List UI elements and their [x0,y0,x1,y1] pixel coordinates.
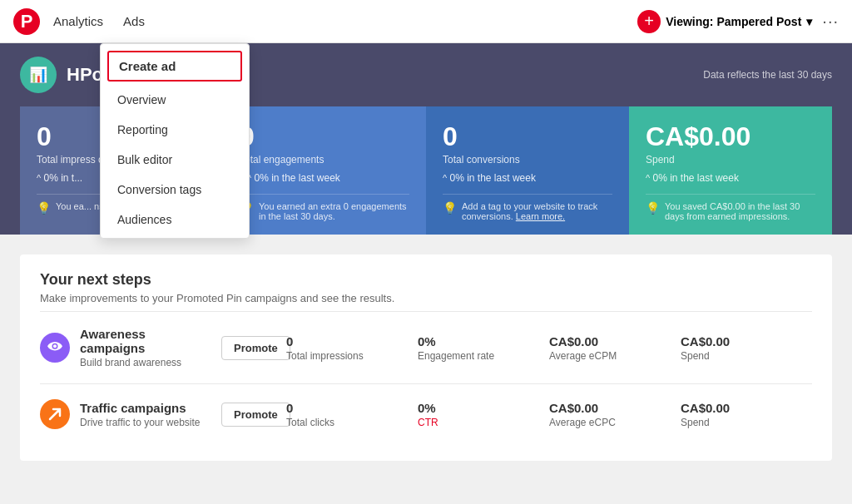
awareness-metric-engagement: 0% Engagement rate [418,334,549,362]
spend-number: CA$0.00 [646,121,815,152]
awareness-metric-impressions: 0 Total impressions [286,334,418,362]
conversion-tags-menuitem[interactable]: Conversion tags [101,175,249,205]
overview-menuitem[interactable]: Overview [101,85,249,115]
traffic-name: Traffic campaigns [80,401,211,415]
traffic-clicks-value: 0 [286,401,418,415]
awareness-desc: Build brand awareness [80,357,211,368]
traffic-metric-spend: CA$0.00 Spend [681,401,812,428]
awareness-engagement-label: Engagement rate [418,350,549,362]
conversions-number: 0 [443,121,612,152]
chevron-down-icon: ▾ [806,15,812,28]
logo-p: P [21,12,33,31]
awareness-promote-button[interactable]: Promote [221,336,290,360]
spend-change: ^ 0% in the last week [646,172,815,184]
stat-conversions: 0 Total conversions ^ 0% in the last wee… [426,106,629,235]
main-content: Your next steps Make improvements to you… [0,235,852,481]
awareness-metric-spend: CA$0.00 Spend [681,334,812,362]
awareness-spend-value: CA$0.00 [681,334,812,348]
arrow-icon [47,407,62,422]
traffic-ctr-label: CTR [418,417,549,428]
create-ad-menuitem[interactable]: Create ad [107,51,242,82]
bulk-editor-menuitem[interactable]: Bulk editor [101,145,249,175]
nav-links: Analytics Ads [53,14,145,28]
campaign-row-traffic: Traffic campaigns Drive traffic to your … [40,383,812,444]
reporting-menuitem[interactable]: Reporting [101,115,249,145]
stat-engagements: 0 Total engagements ^ ^ 0% in the last w… [223,106,426,235]
awareness-icon [40,333,70,363]
traffic-info: Traffic campaigns Drive traffic to your … [80,401,211,428]
traffic-ecpc-value: CA$0.00 [549,401,681,415]
traffic-metric-clicks: 0 Total clicks [286,401,418,428]
spend-footer: 💡 You saved CA$0.00 in the last 30 days … [646,194,815,221]
awareness-ecpm-label: Average eCPM [549,350,681,362]
bulb-icon-3: 💡 [443,201,457,215]
viewing-button[interactable]: + Viewing: Pampered Post ▾ [637,10,812,33]
viewing-label: Viewing: Pampered Post [666,15,801,28]
engagements-footer: 💡 You earned an extra 0 engagements in t… [240,194,409,221]
traffic-promote-button[interactable]: Promote [221,403,290,427]
awareness-impressions-value: 0 [286,334,418,348]
traffic-metric-ecpc: CA$0.00 Average eCPC [549,401,681,428]
nav-ads[interactable]: Ads [123,14,145,28]
engagements-number: 0 [240,121,409,152]
campaign-table: Awareness campaigns Build brand awarenes… [40,311,812,444]
awareness-promote-col: Promote [211,336,286,360]
traffic-icon-col [40,399,80,429]
next-steps-subtitle: Make improvements to your Promoted Pin c… [40,292,812,304]
traffic-icon [40,399,70,429]
topnav-right: + Viewing: Pampered Post ▾ ··· [637,10,839,33]
traffic-promote-col: Promote [211,403,286,427]
learn-more-link[interactable]: Learn more. [516,211,565,221]
pinterest-logo[interactable]: P [13,8,40,35]
nav-analytics[interactable]: Analytics [53,14,103,28]
hero-subtitle: Data reflects the last 30 days [703,69,832,81]
awareness-engagement-value: 0% [418,334,549,348]
campaign-row-awareness: Awareness campaigns Build brand awarenes… [40,311,812,383]
dropdown-menu: Create ad Overview Reporting Bulk editor… [100,43,250,239]
awareness-icon-col [40,333,80,363]
awareness-impressions-label: Total impressions [286,350,418,362]
traffic-metric-ctr: 0% CTR [418,401,549,428]
more-options-button[interactable]: ··· [822,12,839,31]
plus-icon: + [637,10,661,33]
topnav: P Analytics Ads + Viewing: Pampered Post… [0,0,852,43]
traffic-desc: Drive traffic to your website [80,417,211,428]
awareness-metric-ecpm: CA$0.00 Average eCPM [549,334,681,362]
stat-spend: CA$0.00 Spend ^ 0% in the last week 💡 Yo… [629,106,832,235]
engagements-change: ^ ^ 0% in the last week [240,172,409,184]
traffic-ecpc-label: Average eCPC [549,417,681,428]
audiences-menuitem[interactable]: Audiences [101,205,249,235]
conversions-footer: 💡 Add a tag to your website to track con… [443,194,612,221]
next-steps-title: Your next steps [40,271,812,289]
next-steps-box: Your next steps Make improvements to you… [20,254,832,461]
spend-label: Spend [646,154,815,166]
bulb-icon: 💡 [37,201,51,215]
traffic-spend-value: CA$0.00 [681,401,812,415]
bulb-icon-4: 💡 [646,201,660,215]
engagements-label: Total engagements [240,154,409,166]
awareness-spend-label: Spend [681,350,812,362]
hero-icon: 📊 [20,57,57,93]
awareness-name: Awareness campaigns [80,327,211,355]
awareness-ecpm-value: CA$0.00 [549,334,681,348]
eye-icon [47,342,62,353]
conversions-change: ^ 0% in the last week [443,172,612,184]
traffic-ctr-value: 0% [418,401,549,415]
traffic-spend-label: Spend [681,417,812,428]
conversions-label: Total conversions [443,154,612,166]
ads-dropdown: Create ad Overview Reporting Bulk editor… [100,43,250,239]
awareness-info: Awareness campaigns Build brand awarenes… [80,327,211,368]
traffic-clicks-label: Total clicks [286,417,418,428]
